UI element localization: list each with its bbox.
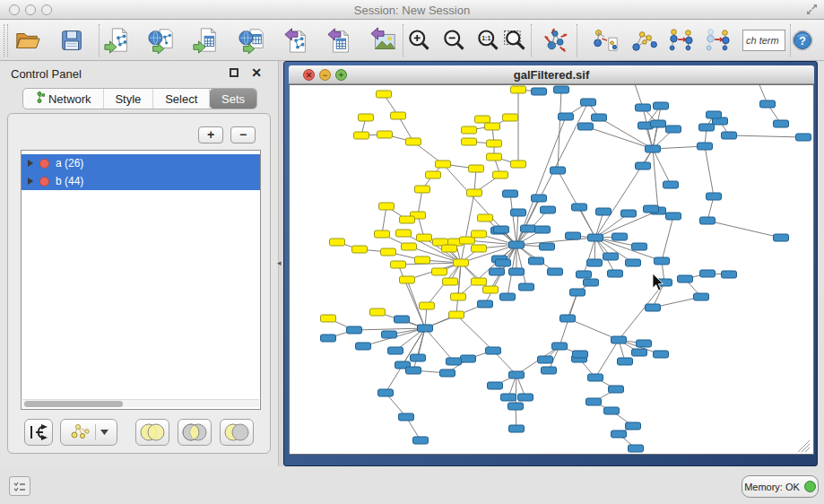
first-neighbors-button[interactable]	[629, 25, 659, 56]
add-set-button[interactable]: +	[198, 126, 223, 143]
toolbar-separator	[577, 24, 577, 56]
graph-node	[321, 335, 336, 342]
close-panel-icon[interactable]: ✕	[251, 65, 262, 80]
search-input[interactable]	[742, 30, 785, 51]
window-titlebar[interactable]: Session: New Session	[0, 0, 824, 20]
horizontal-scrollbar[interactable]	[22, 399, 259, 407]
import-network-file-button[interactable]	[102, 25, 133, 56]
graph-node	[636, 162, 651, 169]
graph-node	[493, 171, 508, 178]
graph-node	[774, 120, 789, 127]
graph-node	[447, 358, 462, 365]
graph-node	[611, 430, 627, 438]
export-table-button[interactable]	[325, 25, 355, 56]
graph-node	[707, 193, 722, 200]
import-table-web-button[interactable]	[237, 25, 267, 56]
intersect-sets-button[interactable]	[178, 419, 212, 446]
graph-node	[454, 259, 469, 266]
network-window-titlebar[interactable]: ✕ − + galFiltered.sif	[289, 65, 814, 84]
apply-layout-button[interactable]	[541, 25, 571, 56]
graph-node	[654, 102, 669, 109]
zoom-actual-size-button[interactable]: 1:1	[473, 25, 503, 56]
graph-node	[377, 91, 392, 98]
import-network-web-button[interactable]	[146, 25, 177, 56]
split-set-button[interactable]	[24, 419, 53, 446]
graph-node	[426, 171, 441, 178]
tab-label: Select	[165, 92, 197, 106]
graph-node	[352, 246, 368, 253]
graph-node	[375, 230, 390, 238]
network-tab-icon	[35, 91, 45, 106]
graph-node	[406, 367, 421, 374]
graph-node	[532, 195, 547, 202]
resize-grip-icon	[798, 440, 810, 452]
tab-style[interactable]: Style	[104, 89, 154, 109]
task-history-button[interactable]	[9, 476, 30, 496]
graph-node	[359, 114, 374, 121]
memory-status-button[interactable]: Memory: OK	[742, 475, 819, 498]
graph-node	[347, 326, 362, 334]
graph-node	[578, 123, 594, 130]
graph-node	[399, 413, 414, 421]
network-canvas[interactable]	[289, 84, 814, 455]
remove-set-button[interactable]: −	[230, 126, 256, 143]
export-image-button[interactable]	[369, 25, 399, 56]
union-sets-button[interactable]	[135, 419, 169, 446]
graph-node	[396, 230, 412, 237]
zoom-out-button[interactable]	[438, 25, 469, 56]
zoom-selected-button[interactable]	[499, 25, 530, 56]
graph-node	[560, 315, 576, 322]
fullscreen-icon[interactable]	[805, 3, 819, 20]
set-row-b[interactable]: b (44)	[22, 172, 260, 190]
expander-icon[interactable]	[28, 160, 33, 167]
show-all-button[interactable]	[702, 25, 733, 56]
svg-text:1:1: 1:1	[481, 35, 490, 41]
graph-node	[483, 286, 499, 293]
graph-node	[432, 268, 447, 275]
graph-node	[451, 293, 466, 300]
graph-node	[449, 311, 464, 318]
graph-node	[540, 243, 555, 250]
graph-node	[487, 140, 502, 147]
graph-node	[637, 340, 652, 347]
graph-node	[551, 167, 566, 174]
tab-sets[interactable]: Sets	[210, 89, 256, 109]
graph-node	[500, 293, 516, 300]
tab-label: Style	[115, 92, 141, 106]
network-graph[interactable]	[290, 85, 814, 455]
graph-node	[548, 268, 563, 275]
graph-node	[592, 114, 607, 121]
tab-network[interactable]: Network	[23, 89, 104, 109]
float-panel-icon[interactable]	[230, 68, 239, 77]
memory-ok-icon	[804, 481, 816, 492]
memory-label: Memory: OK	[744, 482, 800, 492]
save-session-button[interactable]	[56, 25, 87, 56]
export-network-button[interactable]	[282, 25, 312, 56]
help-button[interactable]: ?	[788, 25, 817, 56]
set-row-a[interactable]: a (26)	[22, 154, 260, 172]
tab-select[interactable]: Select	[153, 89, 210, 109]
graph-node	[632, 349, 647, 356]
graph-node	[420, 302, 435, 309]
graph-node	[588, 374, 603, 381]
graph-node	[411, 354, 426, 361]
difference-sets-button[interactable]	[220, 419, 254, 446]
graph-node	[587, 259, 603, 266]
create-set-from-network-button[interactable]	[60, 419, 117, 446]
expander-icon[interactable]	[28, 178, 33, 185]
graph-node	[436, 161, 451, 168]
hide-selected-button[interactable]	[665, 25, 696, 56]
scrollbar-thumb[interactable]	[24, 401, 123, 407]
tab-label: Sets	[221, 92, 245, 106]
graph-node	[490, 268, 505, 275]
graph-node	[509, 371, 525, 378]
new-network-from-selection-button[interactable]	[591, 25, 621, 56]
graph-node	[698, 143, 713, 150]
collapse-panel-icon[interactable]: ◂	[277, 258, 282, 267]
graph-node	[572, 204, 587, 211]
zoom-in-button[interactable]	[403, 25, 434, 56]
graph-node	[509, 241, 525, 248]
open-session-button[interactable]	[13, 25, 43, 56]
graph-node	[632, 243, 647, 250]
import-table-file-button[interactable]	[191, 25, 221, 56]
